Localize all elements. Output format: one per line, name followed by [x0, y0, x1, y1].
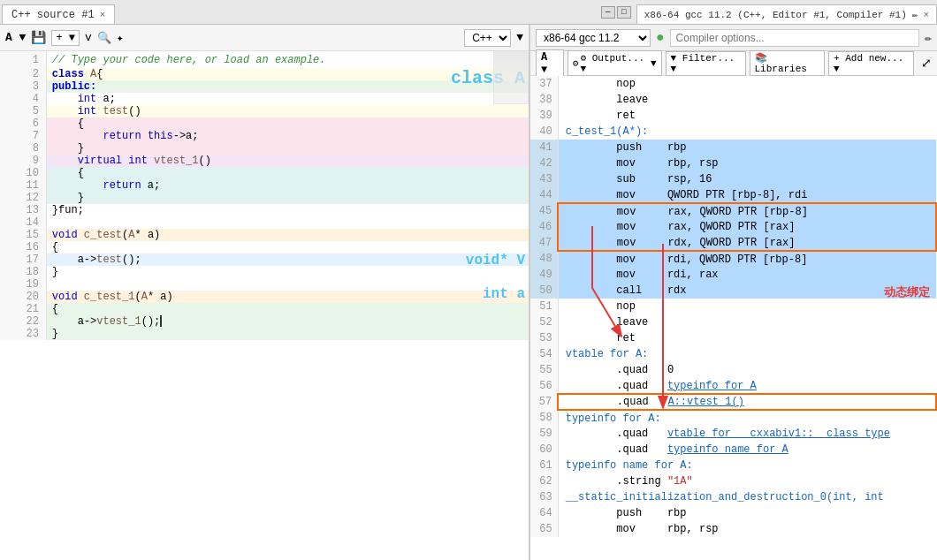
line-code[interactable]: return this->a;	[46, 130, 529, 142]
line-row: 5 int test()	[0, 105, 529, 117]
line-code[interactable]: {	[46, 303, 529, 315]
right-tab-label: x86-64 gcc 11.2 (C++, Editor #1, Compile…	[644, 10, 907, 20]
asm-area[interactable]: 37 nop 38 leave 39 ret	[530, 76, 937, 560]
asm-row: 62 .string "1A"	[530, 473, 936, 489]
code-area[interactable]: 1 // Type your code here, or load an exa…	[0, 51, 529, 560]
compiler-edit-icon[interactable]: ✏	[925, 31, 932, 45]
asm-row: 61 typeinfo name for A:	[530, 458, 936, 473]
asm-row: 59 .quad vtable for __cxxabiv1::__class_…	[530, 426, 936, 442]
line-code[interactable]: {	[46, 241, 529, 254]
line-row: 19	[0, 278, 529, 291]
asm-row: 39 ret	[530, 108, 936, 124]
right-tab-close[interactable]: ×	[923, 10, 929, 20]
window-controls: ─ □	[601, 6, 631, 19]
version-control[interactable]: v	[85, 31, 92, 44]
line-num: 16	[0, 241, 46, 254]
compiler-select[interactable]: x86-64 gcc 11.2	[536, 29, 651, 47]
maximize-btn[interactable]: □	[617, 6, 631, 19]
line-code[interactable]: return a;	[46, 179, 529, 192]
line-num: 1	[0, 51, 46, 68]
asm-row: 48 mov rdi, QWORD PTR [rbp-8]	[530, 251, 936, 267]
line-num: 17	[0, 254, 46, 266]
line-code[interactable]: }	[46, 192, 529, 204]
left-tab-close[interactable]: ×	[100, 10, 106, 20]
asm-row: 44 mov QWORD PTR [rbp-8], rdi	[530, 187, 936, 203]
line-row: 7 return this->a;	[0, 130, 529, 142]
asm-row-45: 45 mov rax, QWORD PTR [rbp-8]	[530, 203, 936, 219]
left-tab-label: C++ source #1	[11, 9, 95, 21]
line-code[interactable]: a->test();	[46, 254, 529, 266]
asm-row: 41 push rbp	[530, 140, 936, 155]
left-tab[interactable]: C++ source #1 ×	[2, 4, 115, 24]
line-row: 2 class A{	[0, 68, 529, 80]
add-new-btn[interactable]: + Add new... ▼	[828, 51, 914, 76]
right-toolbar: A ▼ ⚙ ⚙ Output... ▼ ▼ ▼ Filter... ▼ 📚 Li…	[530, 51, 937, 76]
asm-row: 50 call rdx	[530, 283, 936, 299]
line-num: 20	[0, 291, 46, 303]
line-num: 6	[0, 117, 46, 130]
libraries-btn[interactable]: 📚 Libraries	[750, 50, 826, 76]
edit-icon[interactable]: ✏	[912, 9, 918, 20]
line-code[interactable]: }	[46, 328, 529, 340]
line-code[interactable]: int a;	[46, 93, 529, 105]
line-code[interactable]: }	[46, 142, 529, 155]
lang-arrow: ▼	[516, 31, 523, 44]
line-code[interactable]: virtual int vtest_1()	[46, 155, 529, 167]
line-code[interactable]: a->vtest_1();	[46, 315, 529, 328]
line-num: 22	[0, 315, 46, 328]
asm-row: 60 .quad typeinfo name for A	[530, 442, 936, 458]
line-code[interactable]: void c_test(A* a)	[46, 229, 529, 241]
save-icon[interactable]: 💾	[31, 30, 46, 45]
line-num: 13	[0, 204, 46, 216]
line-code[interactable]: public:	[46, 80, 529, 93]
line-code[interactable]: class A{	[46, 68, 529, 80]
minimize-btn[interactable]: ─	[601, 6, 615, 19]
line-num: 3	[0, 80, 46, 93]
line-num: 19	[0, 278, 46, 291]
search-icon[interactable]: 🔍	[97, 31, 111, 45]
line-num: 2	[0, 68, 46, 80]
asm-row: 51 nop	[530, 299, 936, 314]
line-row: 22 a->vtest_1();	[0, 315, 529, 328]
menu-a[interactable]: A ▼	[5, 31, 26, 44]
line-num: 18	[0, 266, 46, 278]
line-code[interactable]	[46, 278, 529, 291]
compiler-status-check: ●	[656, 30, 665, 46]
line-row: 4 int a;	[0, 93, 529, 105]
line-code[interactable]: {	[46, 167, 529, 179]
line-row: 10 {	[0, 167, 529, 179]
line-code[interactable]: void c_test_1(A* a)	[46, 291, 529, 303]
line-row: 13 }fun;	[0, 204, 529, 216]
line-code[interactable]: {	[46, 117, 529, 130]
line-num: 23	[0, 328, 46, 340]
line-row: 16 {	[0, 241, 529, 254]
line-code[interactable]	[46, 216, 529, 229]
language-select[interactable]: C++ C	[464, 29, 511, 47]
settings-icon[interactable]: ✦	[117, 31, 124, 45]
line-code[interactable]: int test()	[46, 105, 529, 117]
add-menu[interactable]: + ▼	[51, 30, 80, 46]
line-code[interactable]: // Type your code here, or load an examp…	[46, 51, 529, 68]
line-code[interactable]: }fun;	[46, 204, 529, 216]
line-row: 23 }	[0, 328, 529, 340]
line-row: 18 }	[0, 266, 529, 278]
asm-row: 42 mov rbp, rsp	[530, 155, 936, 171]
compiler-options-input[interactable]	[670, 29, 920, 47]
asm-row: 55 .quad 0	[530, 362, 936, 378]
output-btn[interactable]: ⚙ ⚙ Output... ▼ ▼	[568, 50, 662, 76]
asm-row: 38 leave	[530, 92, 936, 108]
asm-row: 43 sub rsp, 16	[530, 171, 936, 187]
maximize-icon[interactable]: ⤢	[921, 56, 932, 71]
line-code[interactable]: }	[46, 266, 529, 278]
line-row: 21 {	[0, 303, 529, 315]
right-tab[interactable]: x86-64 gcc 11.2 (C++, Editor #1, Compile…	[636, 4, 937, 24]
a-menu-btn[interactable]: A ▼	[536, 49, 564, 78]
line-num: 9	[0, 155, 46, 167]
line-num: 12	[0, 192, 46, 204]
filter-btn[interactable]: ▼ Filter... ▼	[666, 51, 746, 76]
asm-row-46: 46 mov rax, QWORD PTR [rax]	[530, 219, 936, 235]
asm-table: 37 nop 38 leave 39 ret	[530, 76, 937, 537]
line-row: 14	[0, 216, 529, 229]
asm-row: 64 push rbp	[530, 505, 936, 521]
line-num: 15	[0, 229, 46, 241]
